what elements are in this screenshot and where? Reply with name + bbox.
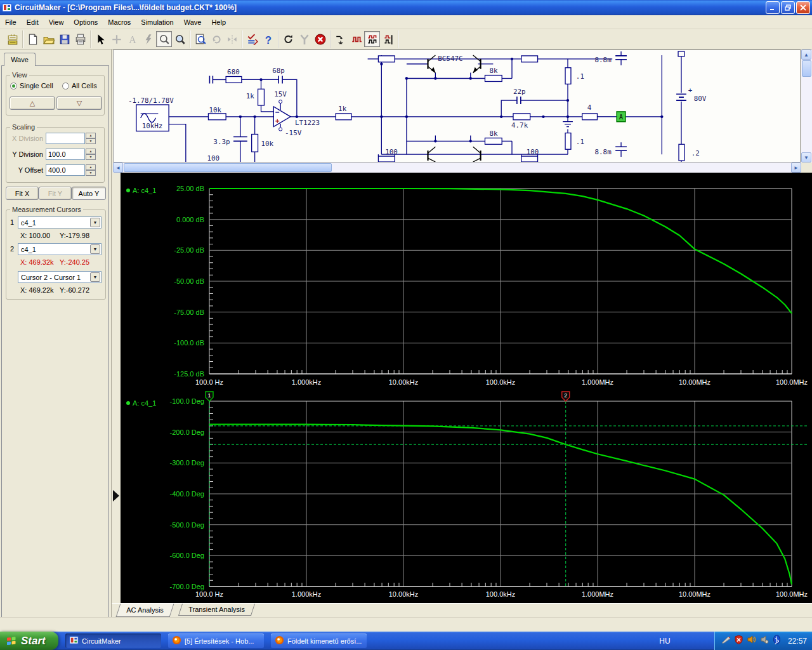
- delete-tool-button[interactable]: [140, 31, 156, 47]
- cursor2-signal-value: c4_1: [18, 246, 90, 253]
- schematic-hscrollbar[interactable]: ◄ ►: [113, 162, 801, 173]
- y-offset-spin-up[interactable]: ▲: [86, 164, 96, 170]
- simulation-mode-button[interactable]: [244, 31, 260, 47]
- component-label: 8k: [489, 129, 498, 138]
- menu-options[interactable]: Options: [69, 17, 103, 28]
- security-alert-icon[interactable]: [734, 635, 743, 647]
- volume-icon[interactable]: [747, 635, 756, 647]
- title-bar[interactable]: CircuitMaker - [C:\Program Files\...\föl…: [0, 0, 812, 15]
- waveform-plot-area[interactable]: 25.00 dB0.000 dB-25.00 dB-50.00 dB-75.00…: [121, 173, 812, 603]
- wire-tool-button[interactable]: [108, 31, 124, 47]
- y-division-spin-down[interactable]: ▼: [86, 154, 96, 160]
- fit-x-button[interactable]: Fit X: [6, 187, 39, 200]
- waveform-probe-button[interactable]: [380, 31, 396, 47]
- zoom-tool-button[interactable]: [172, 31, 188, 47]
- restore-button[interactable]: [781, 1, 795, 14]
- waveform-mixed-button[interactable]: [364, 31, 380, 47]
- schematic-vscroll-thumb[interactable]: [802, 60, 811, 77]
- menu-view[interactable]: View: [44, 17, 69, 28]
- menu-simulation[interactable]: Simulation: [136, 17, 178, 28]
- component-label: .1: [576, 138, 584, 146]
- stop-simulation-button[interactable]: [312, 31, 328, 47]
- tab-transient-analysis[interactable]: Transient Analysis: [178, 604, 255, 616]
- plot-splitter-strip: [112, 173, 121, 603]
- component-label: 22p: [513, 88, 526, 96]
- language-indicator[interactable]: HU: [650, 632, 680, 650]
- cell-up-button[interactable]: △: [10, 96, 55, 110]
- x-division-input[interactable]: [46, 133, 85, 144]
- waveform-digital-button[interactable]: [348, 31, 364, 47]
- menu-edit[interactable]: Edit: [22, 17, 44, 28]
- probe-tool-button[interactable]: [296, 31, 312, 47]
- task-browser-1[interactable]: [5] Értesítések - Hob...: [168, 633, 264, 648]
- radio-all-cells-label: All Cells: [72, 82, 97, 90]
- task-circuitmaker[interactable]: CircuitMaker: [65, 633, 161, 648]
- scroll-right-icon[interactable]: ►: [791, 162, 801, 173]
- scroll-left-icon[interactable]: ◄: [113, 162, 123, 173]
- y-division-spin-up[interactable]: ▲: [86, 149, 96, 154]
- schematic-canvas[interactable]: A-1.78/1.78V10kHz10k3.3p10k1006801k68p15…: [113, 50, 801, 162]
- y-division-input[interactable]: [46, 149, 85, 160]
- splitter-arrow-icon[interactable]: [113, 490, 119, 501]
- print-button[interactable]: [72, 31, 88, 47]
- radio-single-cell[interactable]: Single Cell: [10, 82, 53, 90]
- task-browser-2[interactable]: Földelt kimenetű erősí...: [271, 633, 367, 648]
- help-button[interactable]: ?: [260, 31, 276, 47]
- auto-y-button[interactable]: Auto Y: [72, 187, 106, 200]
- waveform-step-button[interactable]: [332, 31, 348, 47]
- scroll-down-icon[interactable]: ▼: [801, 152, 811, 162]
- x-division-spin-down[interactable]: ▼: [86, 138, 96, 144]
- menu-help[interactable]: Help: [206, 17, 231, 28]
- task-label: Földelt kimenetű erősí...: [287, 637, 362, 645]
- new-file-button[interactable]: [25, 31, 41, 47]
- start-button[interactable]: Start: [0, 632, 58, 650]
- schematic-vscrollbar[interactable]: ▲ ▼: [801, 50, 812, 162]
- cursor2-signal-combo[interactable]: c4_1 ▼: [18, 243, 102, 255]
- tab-wave[interactable]: Wave: [4, 53, 36, 66]
- cursor1-signal-combo[interactable]: c4_1 ▼: [18, 216, 102, 229]
- rotate-tool-button[interactable]: [208, 31, 224, 47]
- menu-file[interactable]: File: [0, 17, 22, 28]
- radio-single-cell-dot[interactable]: [10, 83, 17, 90]
- zoom-window-tool-icon: [159, 34, 170, 45]
- schematic-hscroll-thumb[interactable]: [124, 163, 332, 172]
- reset-simulation-button[interactable]: [280, 31, 296, 47]
- bluetooth-icon[interactable]: [772, 635, 782, 647]
- parts-bin-button[interactable]: [4, 31, 20, 47]
- fit-y-button[interactable]: Fit Y: [39, 187, 72, 200]
- arrow-tool-button[interactable]: [93, 31, 108, 47]
- menu-wave[interactable]: Wave: [179, 17, 207, 28]
- minimize-button[interactable]: [766, 1, 780, 14]
- open-file-button[interactable]: [41, 31, 56, 47]
- radio-all-cells[interactable]: All Cells: [62, 82, 97, 90]
- cell-down-button[interactable]: ▽: [56, 96, 102, 110]
- component-label: 4: [587, 103, 592, 112]
- cursor-diff-combo-arrow-icon[interactable]: ▼: [90, 272, 100, 282]
- help-icon: ?: [263, 34, 274, 45]
- scroll-up-icon[interactable]: ▲: [801, 50, 811, 60]
- graphics-pen-icon[interactable]: [721, 635, 731, 647]
- cursor1-y-value: Y:-179.98: [60, 232, 89, 239]
- y-tick-label: -600.0 Deg: [170, 552, 204, 559]
- cursor2-combo-arrow-icon[interactable]: ▼: [90, 244, 100, 254]
- zoom-window-tool-button[interactable]: [156, 31, 172, 47]
- svg-text:A: A: [129, 34, 136, 44]
- menu-macros[interactable]: Macros: [103, 17, 136, 28]
- x-division-spin-up[interactable]: ▲: [86, 133, 96, 138]
- cursor-diff-combo[interactable]: Cursor 2 - Cursor 1 ▼: [18, 271, 102, 283]
- y-tick-label: -100.0 dB: [174, 339, 204, 347]
- save-file-button[interactable]: [56, 31, 72, 47]
- y-offset-input[interactable]: [46, 164, 85, 176]
- mirror-tool-button[interactable]: [224, 31, 240, 47]
- radio-all-cells-dot[interactable]: [62, 83, 69, 90]
- tab-ac-analysis[interactable]: AC Analysis: [116, 604, 174, 617]
- cursor1-combo-arrow-icon[interactable]: ▼: [90, 218, 100, 227]
- y-offset-spin-down[interactable]: ▼: [86, 170, 96, 176]
- component-label: 8k: [489, 67, 498, 75]
- text-tool-button[interactable]: A: [124, 31, 140, 47]
- find-part-button[interactable]: [192, 31, 208, 47]
- toolbar: A?: [0, 29, 812, 50]
- tray-clock[interactable]: 22:57: [788, 637, 807, 646]
- close-button[interactable]: [796, 1, 810, 14]
- mixer-icon[interactable]: [759, 635, 769, 647]
